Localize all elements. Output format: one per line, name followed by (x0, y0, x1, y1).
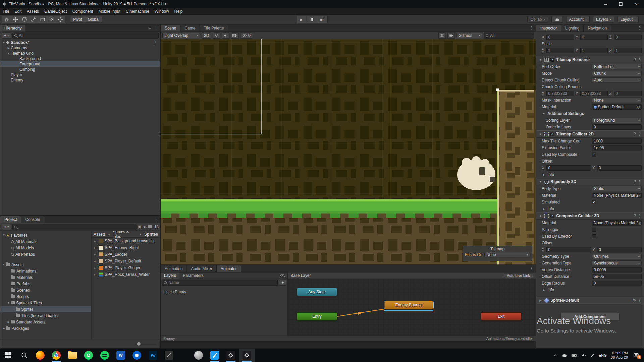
favorites-group[interactable]: ▼★Favorites (0, 232, 91, 238)
sort-order-dropdown[interactable]: Bottom Left▾ (592, 64, 642, 69)
slider-handle[interactable] (137, 342, 141, 346)
layout-dropdown[interactable]: Layout▾ (618, 16, 639, 23)
thumbnail-zoom-slider[interactable] (135, 344, 157, 345)
foldout-icon[interactable]: ▸ (93, 266, 97, 269)
object-picker-icon[interactable]: ◎ (637, 105, 640, 109)
parameter-search-input[interactable]: Name (162, 280, 278, 286)
foldout-icon[interactable]: ▶ (542, 289, 546, 292)
photoshop-icon[interactable]: Ps (145, 349, 161, 362)
state-enemy-bounce[interactable]: Enemy Bounce (384, 301, 433, 309)
menu-file[interactable]: File (0, 8, 12, 15)
create-button[interactable]: +▾ (2, 33, 11, 39)
tab-tile-palette[interactable]: Tile Palette (200, 25, 228, 32)
offset-distance-field[interactable]: 5e-05 (592, 274, 642, 279)
favorite-all-models[interactable]: All Models (0, 245, 91, 251)
menu-help[interactable]: Help (172, 8, 185, 15)
layer-breadcrumb[interactable]: Base Layer (290, 273, 311, 278)
star-icon[interactable]: ★ (143, 225, 147, 229)
taskbar-clock[interactable]: 02:09 PM 06-Aug-20 (611, 351, 628, 360)
breadcrumb-leaf[interactable]: Sprites (144, 232, 158, 237)
edge-radius-field[interactable]: 0 (592, 281, 642, 286)
project-search-input[interactable] (12, 224, 137, 230)
transform-tool-button[interactable] (47, 16, 56, 23)
scene-viewport[interactable]: Tilemap Focus On None▾ (161, 39, 536, 264)
tilemap-renderer-header[interactable]: ▼ ✓ Tilemap Renderer ? ⋮ (536, 56, 644, 63)
account-dropdown[interactable]: Account▾ (566, 16, 590, 23)
kebab-icon[interactable]: ⋮ (530, 25, 534, 30)
folder-tiles[interactable]: Tiles (fore and back) (0, 312, 91, 319)
hierarchy-item-player[interactable]: Player (0, 72, 160, 77)
breadcrumb-root[interactable]: Assets (94, 232, 106, 237)
bounds-x-field[interactable]: 0.3333333 (546, 91, 574, 96)
simulated-checkbox[interactable]: ✓ (592, 200, 596, 204)
foldout-icon[interactable]: ▸ (93, 240, 97, 243)
volume-icon[interactable] (582, 353, 586, 357)
foldout-icon[interactable]: ▼ (2, 41, 6, 44)
foldout-icon[interactable]: ▼ (538, 133, 543, 136)
folder-scripts[interactable]: Scripts (0, 293, 91, 300)
tab-audio-mixer[interactable]: Audio Mixer (187, 265, 216, 272)
foldout-icon[interactable]: ▼ (538, 58, 543, 61)
foldout-icon[interactable]: ▼ (2, 234, 6, 237)
foldout-icon[interactable]: ▼ (6, 52, 11, 55)
foldout-icon[interactable]: ▼ (2, 263, 6, 266)
foldout-icon[interactable]: ▼ (538, 215, 543, 218)
focus-on-dropdown[interactable]: None▾ (484, 252, 530, 257)
scale-tool-button[interactable] (29, 16, 38, 23)
vertex-distance-field[interactable]: 0.0005 (592, 267, 642, 273)
add-component-button[interactable]: Add Component (560, 313, 620, 321)
breadcrumb-mid[interactable]: Sprites & Tiles (113, 231, 137, 239)
global-toggle-button[interactable]: Global (85, 16, 103, 23)
used-by-composite-checkbox[interactable]: ✓ (592, 153, 596, 157)
search-by-type-icon[interactable]: ▣ (138, 225, 142, 229)
foldout-icon[interactable]: ▶ (6, 320, 11, 323)
spotify-icon[interactable] (97, 349, 113, 362)
hierarchy-item-enemy[interactable]: Enemy (0, 77, 160, 83)
scene-effects-dropdown[interactable]: ▾ (231, 33, 238, 39)
hierarchy-item-background[interactable]: Background (0, 56, 160, 61)
bounds-z-field[interactable]: 0 (614, 91, 642, 96)
chat-app-icon[interactable] (129, 349, 145, 362)
max-tile-change-field[interactable]: 1000 (592, 138, 642, 144)
foldout-icon[interactable]: ▼ (6, 301, 11, 304)
battery-icon[interactable] (572, 354, 578, 357)
kebab-icon[interactable]: ⋮ (638, 57, 642, 62)
bounds-y-field[interactable]: 0.3333333 (580, 91, 608, 96)
foldout-icon[interactable]: ▶ (6, 47, 11, 50)
order-in-layer-field[interactable]: 0 (592, 124, 642, 130)
whatsapp-icon[interactable] (80, 349, 97, 362)
package-visibility-button[interactable]: 18 (148, 225, 159, 229)
foldout-icon[interactable]: ▼ (538, 180, 543, 183)
pause-button[interactable] (307, 16, 317, 23)
offset-y-field[interactable]: 0 (597, 165, 642, 171)
folder-prefabs[interactable]: Prefabs (0, 281, 91, 287)
asset-file[interactable]: ▸SPA_Background brown tint (92, 238, 160, 244)
generation-type-dropdown[interactable]: Synchronous▾ (592, 260, 642, 266)
menu-gameobject[interactable]: GameObject (42, 8, 69, 15)
tab-scene[interactable]: Scene (161, 25, 180, 32)
onedrive-cloud-icon[interactable] (561, 353, 568, 357)
tab-hierarchy[interactable]: Hierarchy (0, 25, 26, 32)
tab-inspector[interactable]: Inspector (536, 25, 561, 32)
scene-search-input[interactable]: All (484, 33, 534, 39)
menu-component[interactable]: Component (69, 8, 96, 15)
add-parameter-button[interactable]: + (279, 280, 286, 286)
state-exit[interactable]: Exit (481, 312, 521, 320)
collab-dropdown[interactable]: Collab▾ (527, 16, 548, 23)
step-button[interactable]: ▶ (317, 16, 328, 23)
extrusion-factor-field[interactable]: 1e-05 (592, 145, 642, 150)
foldout-icon[interactable]: ▶ (538, 299, 543, 302)
kebab-icon[interactable]: ⋮ (638, 25, 642, 30)
tab-console[interactable]: Console (21, 216, 44, 223)
tab-animator[interactable]: Animator (217, 265, 241, 272)
help-icon[interactable]: ? (634, 132, 636, 136)
packages-root[interactable]: ▶Packages (0, 325, 91, 331)
foldout-icon[interactable]: ▸ (93, 260, 97, 263)
scene-audio-toggle[interactable] (222, 33, 229, 39)
component-enabled-checkbox[interactable]: ✓ (550, 58, 554, 62)
folder-scenes[interactable]: Scenes (0, 287, 91, 293)
component-enabled-checkbox[interactable]: ✓ (550, 132, 554, 136)
hierarchy-item-tilemap-grid[interactable]: ▼Tilemap Grid (0, 51, 160, 56)
kebab-icon[interactable]: ⋮ (638, 214, 642, 218)
kebab-icon[interactable]: ⋮ (154, 217, 158, 222)
